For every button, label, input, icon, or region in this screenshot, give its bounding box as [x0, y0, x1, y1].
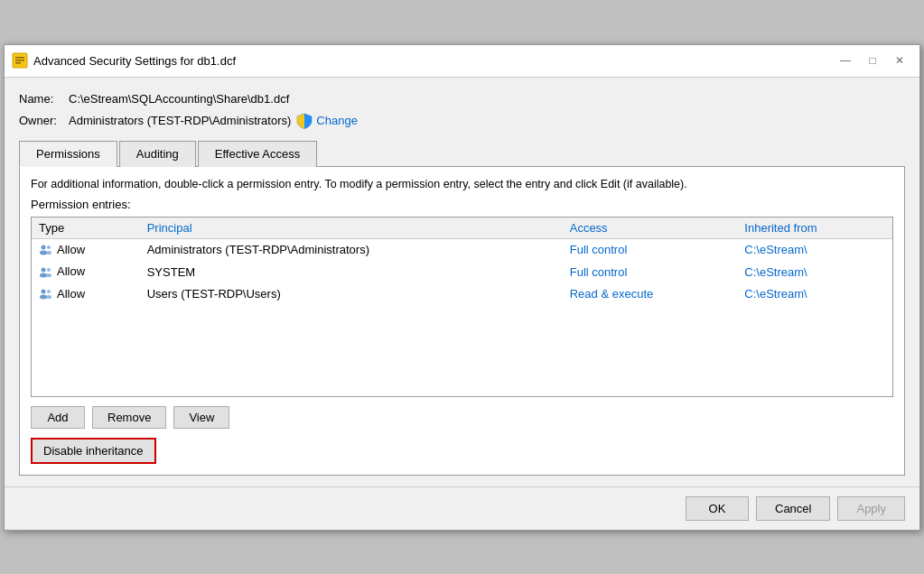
permission-table: Type Principal Access Inherited from All… [32, 218, 892, 306]
table-row[interactable]: AllowUsers (TEST-RDP\Users)Read & execut… [32, 283, 892, 306]
name-value: C:\eStream\SQLAccounting\Share\db1.dcf [69, 92, 289, 106]
close-button[interactable]: ✕ [887, 51, 912, 69]
svg-point-9 [40, 273, 47, 277]
svg-point-4 [42, 245, 46, 250]
window-title: Advanced Security Settings for db1.dcf [33, 54, 833, 68]
table-row[interactable]: AllowSYSTEMFull controlC:\eStream\ [32, 261, 892, 283]
permission-table-wrapper: Type Principal Access Inherited from All… [31, 217, 893, 397]
svg-rect-2 [15, 60, 24, 61]
minimize-button[interactable]: — [833, 51, 858, 69]
cell-inherited: C:\eStream\ [737, 261, 892, 283]
change-link[interactable]: Change [316, 114, 358, 127]
col-principal: Principal [140, 218, 563, 239]
svg-point-12 [42, 290, 46, 294]
cell-principal: Users (TEST-RDP\Users) [140, 283, 563, 306]
svg-rect-1 [15, 57, 24, 59]
svg-point-11 [46, 273, 51, 277]
shield-icon [296, 113, 313, 129]
disable-inheritance-button[interactable]: Disable inheritance [31, 438, 156, 464]
svg-point-14 [47, 290, 51, 293]
col-access: Access [563, 218, 738, 239]
col-type: Type [32, 218, 140, 239]
cell-type: Allow [32, 238, 140, 261]
dialog-content: Name: C:\eStream\SQLAccounting\Share\db1… [5, 78, 919, 486]
svg-point-7 [46, 251, 51, 255]
user-group-icon [39, 265, 53, 280]
tab-content-permissions: For additional information, double-click… [19, 167, 905, 476]
cancel-button[interactable]: Cancel [756, 496, 830, 521]
add-button[interactable]: Add [31, 406, 85, 429]
user-group-icon [39, 243, 53, 257]
restore-button[interactable]: □ [860, 51, 885, 69]
action-buttons: Add Remove View [31, 406, 893, 429]
tab-effective-access[interactable]: Effective Access [198, 141, 317, 167]
cell-access: Full control [563, 238, 738, 261]
tab-auditing[interactable]: Auditing [119, 141, 196, 167]
cell-principal: SYSTEM [140, 261, 563, 283]
table-row[interactable]: AllowAdministrators (TEST-RDP\Administra… [32, 238, 892, 261]
owner-label: Owner: [19, 114, 69, 127]
main-window: Advanced Security Settings for db1.dcf —… [4, 44, 920, 531]
entries-label: Permission entries: [31, 198, 893, 211]
svg-point-15 [46, 295, 51, 299]
footer: OK Cancel Apply [5, 486, 919, 530]
svg-point-13 [40, 295, 47, 300]
name-label: Name: [19, 92, 69, 106]
col-inherited: Inherited from [737, 218, 892, 239]
cell-access: Full control [563, 261, 738, 283]
cell-type: Allow [32, 261, 140, 283]
name-row: Name: C:\eStream\SQLAccounting\Share\db1… [19, 92, 905, 106]
window-icon [12, 52, 28, 69]
remove-button[interactable]: Remove [92, 406, 166, 429]
cell-inherited: C:\eStream\ [737, 238, 892, 261]
svg-rect-3 [15, 62, 21, 64]
cell-inherited: C:\eStream\ [737, 283, 892, 306]
owner-row: Owner: Administrators (TEST-RDP\Administ… [19, 113, 905, 129]
svg-point-10 [47, 268, 51, 272]
tab-bar: Permissions Auditing Effective Access [19, 140, 905, 167]
owner-value: Administrators (TEST-RDP\Administrators) [69, 114, 291, 127]
user-group-icon [39, 287, 53, 301]
cell-type: Allow [32, 283, 140, 306]
svg-point-8 [42, 267, 46, 272]
svg-point-5 [40, 251, 47, 255]
apply-button[interactable]: Apply [837, 496, 905, 521]
window-controls: — □ ✕ [833, 51, 912, 69]
view-button[interactable]: View [173, 406, 229, 429]
table-header-row: Type Principal Access Inherited from [32, 218, 892, 239]
cell-access: Read & execute [563, 283, 738, 306]
ok-button[interactable]: OK [686, 496, 749, 521]
title-bar: Advanced Security Settings for db1.dcf —… [5, 45, 919, 78]
cell-principal: Administrators (TEST-RDP\Administrators) [140, 238, 563, 261]
svg-point-6 [47, 245, 51, 249]
info-text: For additional information, double-click… [31, 178, 893, 190]
tab-permissions[interactable]: Permissions [19, 141, 117, 167]
